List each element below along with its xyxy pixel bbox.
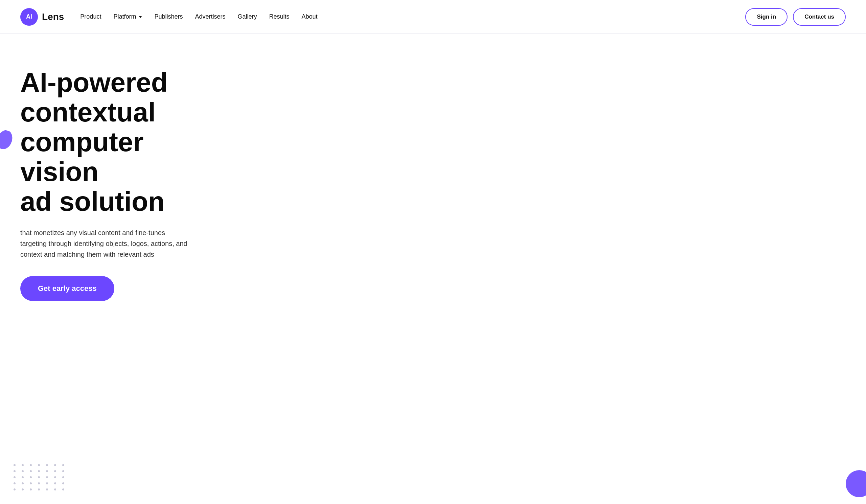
- dot: [22, 476, 24, 478]
- dot: [54, 489, 56, 491]
- nav-link-product[interactable]: Product: [80, 13, 101, 20]
- dot: [13, 470, 15, 472]
- navbar: Ai Lens Product Platform Publishers: [0, 0, 866, 34]
- hero-section: AI-powered contextual computer vision ad…: [0, 34, 866, 504]
- contact-us-button[interactable]: Contact us: [793, 8, 846, 26]
- nav-link-results[interactable]: Results: [269, 13, 290, 20]
- hero-subtitle: that monetizes any visual content and fi…: [20, 227, 189, 260]
- nav-item-gallery: Gallery: [238, 13, 257, 20]
- dot: [38, 482, 40, 484]
- dots-grid-decoration: [13, 464, 66, 491]
- dot: [13, 489, 15, 491]
- dot: [54, 464, 56, 466]
- nav-links: Product Platform Publishers Advertisers: [80, 13, 317, 20]
- nav-link-platform[interactable]: Platform: [113, 13, 142, 20]
- nav-link-publishers[interactable]: Publishers: [154, 13, 183, 20]
- dot: [62, 470, 64, 472]
- dot: [46, 482, 48, 484]
- dot: [46, 489, 48, 491]
- dot: [30, 464, 32, 466]
- early-access-button[interactable]: Get early access: [20, 276, 114, 301]
- decorative-circle-bottom-right: [846, 470, 866, 497]
- nav-item-advertisers: Advertisers: [195, 13, 225, 20]
- dot: [13, 464, 15, 466]
- nav-left: Ai Lens Product Platform Publishers: [20, 8, 318, 26]
- dot: [13, 482, 15, 484]
- nav-item-publishers: Publishers: [154, 13, 183, 20]
- logo-link[interactable]: Ai Lens: [20, 8, 64, 26]
- dot: [30, 482, 32, 484]
- hero-title: AI-powered contextual computer vision ad…: [20, 68, 216, 216]
- chevron-down-icon: [139, 16, 142, 18]
- nav-item-product: Product: [80, 13, 101, 20]
- nav-item-about: About: [302, 13, 318, 20]
- dot: [38, 470, 40, 472]
- nav-item-platform: Platform: [113, 13, 142, 20]
- dot: [30, 476, 32, 478]
- hero-content: AI-powered contextual computer vision ad…: [20, 68, 216, 301]
- dot: [46, 470, 48, 472]
- dot: [38, 464, 40, 466]
- dot: [22, 470, 24, 472]
- nav-link-advertisers[interactable]: Advertisers: [195, 13, 225, 20]
- dot: [54, 482, 56, 484]
- dot: [62, 482, 64, 484]
- dot: [22, 489, 24, 491]
- dot: [62, 476, 64, 478]
- logo-text: Lens: [42, 11, 64, 22]
- dot: [38, 489, 40, 491]
- nav-link-about[interactable]: About: [302, 13, 318, 20]
- dot: [62, 464, 64, 466]
- dot: [54, 476, 56, 478]
- logo-icon: Ai: [20, 8, 38, 26]
- nav-item-results: Results: [269, 13, 290, 20]
- dot: [22, 482, 24, 484]
- dot: [46, 476, 48, 478]
- decorative-shape-left: [0, 128, 14, 156]
- nav-right: Sign in Contact us: [745, 8, 846, 26]
- dot: [22, 464, 24, 466]
- dot: [46, 464, 48, 466]
- dot: [38, 476, 40, 478]
- dot: [30, 489, 32, 491]
- nav-link-gallery[interactable]: Gallery: [238, 13, 257, 20]
- dot: [30, 470, 32, 472]
- dot: [62, 489, 64, 491]
- dot: [54, 470, 56, 472]
- dot: [13, 476, 15, 478]
- sign-in-button[interactable]: Sign in: [745, 8, 788, 26]
